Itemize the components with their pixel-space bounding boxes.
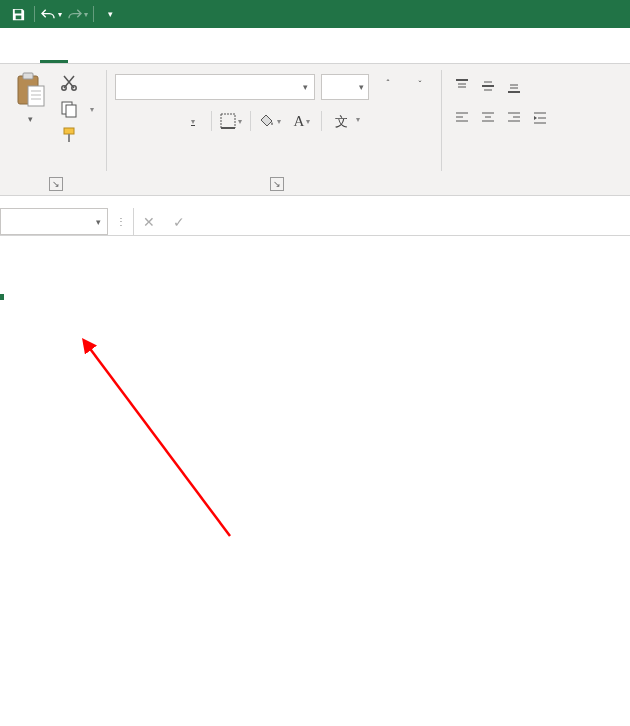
copy-icon [60, 100, 78, 118]
copy-button[interactable]: ▾ [56, 98, 98, 120]
formula-buttons: ✕ ✓ [134, 208, 224, 235]
tab-help[interactable] [236, 28, 264, 63]
font-launcher[interactable]: ↘ [270, 177, 284, 191]
paste-button[interactable]: ▾ [8, 68, 52, 124]
separator [34, 6, 35, 22]
annotation-arrow [50, 326, 310, 586]
svg-rect-1 [23, 73, 33, 79]
qat-customize-button[interactable]: ▾ [98, 2, 122, 26]
tab-file[interactable] [12, 28, 40, 63]
chevron-down-icon: ▾ [28, 114, 33, 124]
font-name-select[interactable]: ▾ [115, 74, 315, 100]
formula-input[interactable] [224, 208, 630, 235]
svg-rect-9 [66, 105, 76, 117]
underline-button[interactable]: ▾ [179, 108, 205, 134]
border-button[interactable]: ▾ [218, 108, 244, 134]
quick-access-toolbar: ▾ ▾ ▾ [0, 0, 630, 28]
ribbon: ▾ ▾ ↘ [0, 64, 630, 196]
tab-data[interactable] [152, 28, 180, 63]
align-bottom-button[interactable] [502, 74, 526, 98]
svg-rect-10 [64, 128, 74, 134]
indent-button[interactable] [528, 106, 552, 130]
cancel-button[interactable]: ✕ [134, 214, 164, 230]
phonetic-button[interactable]: 文 ▾ [328, 108, 354, 134]
undo-button[interactable]: ▾ [39, 2, 63, 26]
font-size-select[interactable]: ▾ [321, 74, 369, 100]
tab-power[interactable] [264, 28, 292, 63]
chevron-down-icon: ▾ [90, 105, 94, 114]
increase-font-button[interactable]: ˆ [375, 74, 401, 100]
formula-bar: ▾ ⋮ ✕ ✓ [0, 208, 630, 236]
group-alignment [442, 64, 552, 195]
name-box[interactable]: ▾ [0, 208, 108, 235]
chevron-down-icon: ▾ [277, 117, 281, 126]
paste-icon [14, 72, 46, 108]
tab-insert[interactable] [68, 28, 96, 63]
italic-button[interactable] [147, 108, 173, 134]
border-icon [220, 113, 236, 129]
align-right-button[interactable] [502, 106, 526, 130]
tab-layout[interactable] [96, 28, 124, 63]
align-left-button[interactable] [450, 106, 474, 130]
fill-color-button[interactable]: ▾ [257, 108, 283, 134]
chevron-down-icon: ▾ [191, 117, 195, 126]
redo-button[interactable]: ▾ [65, 2, 89, 26]
tab-home[interactable] [40, 28, 68, 63]
font-color-button[interactable]: A ▾ [289, 108, 315, 134]
separator [93, 6, 94, 22]
brush-icon [60, 126, 78, 144]
cut-button[interactable] [56, 72, 98, 94]
blank-area [0, 236, 630, 296]
tab-review[interactable] [180, 28, 208, 63]
clipboard-launcher[interactable]: ↘ [49, 177, 63, 191]
format-painter-button[interactable] [56, 124, 98, 146]
confirm-button[interactable]: ✓ [164, 214, 194, 230]
ribbon-tabs [0, 28, 630, 64]
chevron-down-icon: ▾ [303, 82, 308, 92]
svg-rect-12 [221, 114, 235, 128]
tab-view[interactable] [208, 28, 236, 63]
chevron-down-icon: ▾ [238, 117, 242, 126]
align-middle-button[interactable] [476, 74, 500, 98]
chevron-down-icon: ▾ [359, 82, 364, 92]
svg-point-6 [62, 86, 66, 90]
chevron-down-icon: ▾ [356, 116, 360, 124]
chevron-down-icon: ▾ [96, 217, 101, 227]
group-clipboard: ▾ ▾ ↘ [0, 64, 106, 195]
scissors-icon [60, 74, 78, 92]
expand-button[interactable]: ⋮ [108, 208, 134, 235]
align-center-button[interactable] [476, 106, 500, 130]
decrease-font-button[interactable]: ˇ [407, 74, 433, 100]
bold-button[interactable] [115, 108, 141, 134]
svg-rect-2 [28, 86, 44, 106]
svg-rect-11 [68, 134, 70, 142]
save-button[interactable] [6, 2, 30, 26]
group-font: ▾ ▾ ˆ ˇ ▾ [107, 64, 441, 195]
tab-formulas[interactable] [124, 28, 152, 63]
align-top-button[interactable] [450, 74, 474, 98]
chevron-down-icon: ▾ [306, 117, 310, 126]
active-cell-frame [0, 296, 4, 300]
svg-line-35 [88, 346, 230, 536]
